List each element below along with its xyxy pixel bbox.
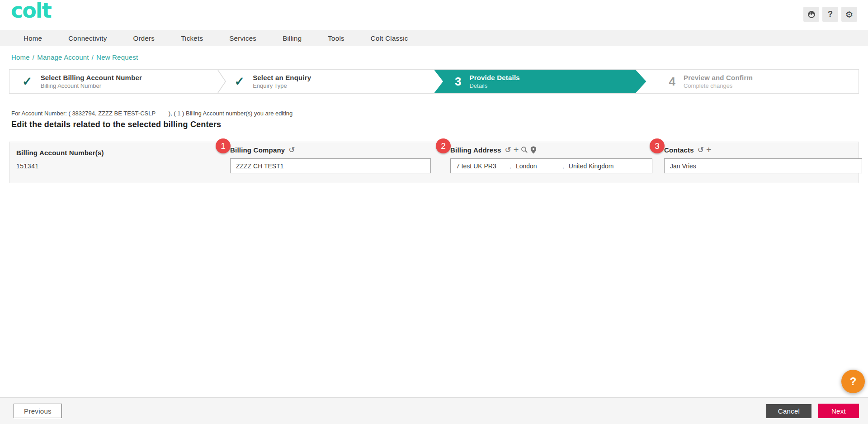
colt-logo[interactable]: colt (11, 0, 51, 23)
nav-item-tools[interactable]: Tools (328, 34, 344, 42)
breadcrumb-home[interactable]: Home (11, 53, 30, 61)
undo-icon[interactable]: ↺ (288, 146, 295, 154)
step-select-billing-account-number[interactable]: ✓ Select Billing Account Number Billing … (9, 70, 222, 93)
address-separator: , (509, 162, 511, 170)
step-preview-and-confirm[interactable]: 4 Preview and Confirm Complete changes (646, 70, 859, 93)
undo-icon[interactable]: ↺ (698, 146, 704, 154)
nav-item-connectivity[interactable]: Connectivity (68, 34, 107, 42)
breadcrumb-separator: / (33, 53, 34, 61)
gear-icon: ⚙ (845, 9, 854, 20)
contacts-label: Contacts (664, 146, 694, 154)
billing-address-group: 2 Billing Address ↺ + 7 test UK PR3 , Lo… (450, 145, 652, 173)
breadcrumb-new-request[interactable]: New Request (96, 53, 138, 61)
billing-company-group: 1 Billing Company ↺ (230, 145, 431, 173)
location-pin-icon[interactable] (530, 146, 537, 154)
nav-item-colt-classic[interactable]: Colt Classic (371, 34, 408, 42)
breadcrumb-separator: / (92, 53, 94, 61)
header-actions: ? ⚙ (803, 7, 857, 22)
undo-icon[interactable]: ↺ (505, 146, 511, 154)
step-separator-chevron (217, 70, 227, 93)
billing-account-numbers: Billing Account Number(s) 151341 (16, 149, 104, 170)
step-subtitle: Complete changes (684, 82, 753, 89)
address-country: United Kingdom (569, 162, 614, 170)
billing-account-number-value: 151341 (16, 162, 104, 170)
billing-details-panel: Billing Account Number(s) 151341 1 Billi… (9, 142, 859, 183)
step-title: Preview and Confirm (684, 74, 753, 81)
step-subtitle: Enquiry Type (253, 82, 311, 89)
step-provide-details[interactable]: 3 Provide Details Details (434, 70, 646, 93)
settings-button[interactable]: ⚙ (841, 7, 857, 22)
footer-bar: Previous Cancel Next (0, 397, 868, 424)
contacts-input[interactable] (664, 158, 862, 173)
billing-address-field[interactable]: 7 test UK PR3 , London , United Kingdom (450, 158, 652, 173)
page-title: Edit the details related to the selected… (11, 120, 868, 129)
nav-item-services[interactable]: Services (229, 34, 256, 42)
previous-button[interactable]: Previous (14, 404, 62, 418)
nav-item-tickets[interactable]: Tickets (181, 34, 203, 42)
step-select-an-enquiry[interactable]: ✓ Select an Enquiry Enquiry Type (222, 70, 434, 93)
help-icon: ? (828, 10, 833, 19)
breadcrumb: Home/Manage Account/New Request (11, 53, 868, 61)
billing-account-numbers-label: Billing Account Number(s) (16, 149, 104, 157)
contacts-group: 3 Contacts ↺ + (664, 145, 862, 173)
billing-company-label: Billing Company (230, 146, 285, 154)
step-subtitle: Details (469, 82, 519, 89)
add-icon[interactable]: + (706, 145, 712, 154)
nav-item-orders[interactable]: Orders (133, 34, 155, 42)
floating-help-button[interactable]: ? (841, 370, 865, 393)
step-badge-3: 3 (650, 138, 665, 153)
step-number: 3 (455, 76, 461, 87)
nav-item-billing[interactable]: Billing (283, 34, 302, 42)
step-title: Select Billing Account Number (41, 74, 142, 81)
help-icon: ? (850, 375, 857, 388)
billing-address-label: Billing Address (450, 146, 501, 154)
check-icon: ✓ (22, 76, 33, 88)
wizard-stepper: ✓ Select Billing Account Number Billing … (9, 69, 859, 94)
globe-button[interactable] (803, 7, 819, 22)
cancel-button[interactable]: Cancel (766, 404, 811, 418)
address-line: 7 test UK PR3 (456, 162, 509, 170)
nav-item-home[interactable]: Home (24, 34, 42, 42)
step-title: Select an Enquiry (253, 74, 311, 81)
address-separator: , (562, 162, 564, 170)
help-button[interactable]: ? (822, 7, 838, 22)
app-header: colt ? ⚙ (0, 0, 868, 30)
step-title: Provide Details (469, 74, 519, 81)
account-context-line: For Account Number: ( 3832794, ZZZZ BE T… (11, 110, 868, 117)
breadcrumb-manage-account[interactable]: Manage Account (37, 53, 89, 61)
step-subtitle: Billing Account Number (41, 82, 142, 89)
step-number: 4 (669, 76, 675, 87)
step-badge-2: 2 (436, 138, 451, 153)
globe-icon (807, 10, 816, 19)
search-icon[interactable] (521, 146, 528, 153)
step-badge-1: 1 (216, 138, 231, 153)
billing-company-input[interactable] (230, 158, 431, 173)
add-icon[interactable]: + (514, 145, 519, 154)
check-icon: ✓ (235, 76, 245, 88)
main-nav: Home Connectivity Orders Tickets Service… (0, 30, 868, 46)
next-button[interactable]: Next (818, 404, 859, 418)
address-city: London (516, 162, 562, 170)
